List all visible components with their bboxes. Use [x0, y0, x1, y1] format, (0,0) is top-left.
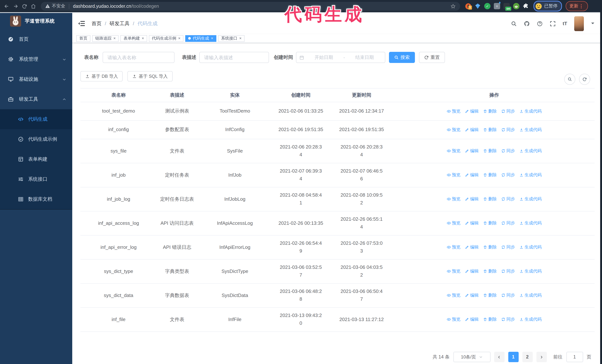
generate-code-link[interactable]: 生成代码 — [519, 127, 542, 132]
url-host[interactable]: dashboard.yudao.iocoder.cn — [73, 3, 131, 9]
fullscreen-icon[interactable] — [549, 21, 556, 26]
sidebar-item-研发工具[interactable]: 研发工具 — [0, 89, 72, 109]
tag-表单构建[interactable]: 表单构建× — [121, 35, 147, 42]
sync-link[interactable]: 同步 — [501, 172, 515, 178]
sync-link[interactable]: 同步 — [501, 196, 515, 202]
tag-close-icon[interactable]: × — [113, 36, 116, 40]
preview-link[interactable]: 预览 — [447, 172, 461, 178]
generate-code-link[interactable]: 生成代码 — [519, 317, 542, 322]
sync-link[interactable]: 同步 — [501, 269, 515, 274]
delete-link[interactable]: 删除 — [483, 220, 497, 226]
tag-系统接口[interactable]: 系统接口× — [218, 35, 245, 42]
sliders-extension-icon[interactable]: ≡ — [494, 3, 500, 9]
tag-close-icon[interactable]: × — [239, 36, 242, 40]
font-size-icon[interactable]: tT — [563, 21, 567, 26]
generate-code-link[interactable]: 生成代码 — [519, 172, 542, 178]
edit-link[interactable]: 编辑 — [465, 172, 479, 178]
edit-link[interactable]: 编辑 — [465, 317, 479, 322]
green-check-extension-icon[interactable]: ✓ — [484, 3, 491, 9]
edit-link[interactable]: 编辑 — [465, 244, 479, 250]
monkey-extension-icon[interactable] — [513, 3, 519, 9]
generate-code-link[interactable]: 生成代码 — [519, 244, 542, 250]
github-icon[interactable] — [524, 21, 530, 26]
delete-link[interactable]: 删除 — [483, 317, 497, 322]
delete-link[interactable]: 删除 — [483, 172, 497, 178]
preview-link[interactable]: 预览 — [447, 196, 461, 202]
on-badge-extension-icon[interactable]: on — [504, 3, 510, 9]
submenu-item-代码生成[interactable]: 代码生成 — [0, 109, 72, 129]
sync-link[interactable]: 同步 — [501, 244, 515, 250]
sync-link[interactable]: 同步 — [501, 292, 515, 298]
tag-close-icon[interactable]: × — [178, 36, 181, 40]
date-range-picker[interactable]: 开始日期 - 结束日期 — [296, 52, 385, 63]
submenu-item-系统接口[interactable]: 系统接口 — [0, 169, 72, 189]
tag-代码生成[interactable]: 代码生成× — [185, 35, 216, 42]
breadcrumb-home[interactable]: 首页 — [92, 20, 101, 27]
sync-link[interactable]: 同步 — [501, 220, 515, 226]
delete-link[interactable]: 删除 — [483, 292, 497, 298]
generate-code-link[interactable]: 生成代码 — [519, 269, 542, 274]
reload-icon[interactable] — [20, 2, 29, 10]
sync-link[interactable]: 同步 — [501, 148, 515, 154]
generate-code-link[interactable]: 生成代码 — [519, 220, 542, 226]
table-name-input[interactable] — [103, 52, 174, 63]
tag-close-icon[interactable]: × — [211, 36, 213, 40]
preview-link[interactable]: 预览 — [447, 292, 461, 298]
security-label[interactable]: 不安全 — [52, 3, 65, 9]
toggle-search-button[interactable] — [564, 74, 575, 85]
sidebar-item-系统管理[interactable]: 系统管理 — [0, 49, 72, 69]
help-icon[interactable] — [537, 21, 543, 26]
table-desc-input[interactable] — [199, 52, 269, 63]
hamburger-icon[interactable] — [78, 21, 85, 26]
import-sql-button[interactable]: 基于 SQL 导入 — [128, 71, 172, 82]
search-button[interactable]: 搜索 — [389, 52, 415, 63]
breadcrumb-dev-tools[interactable]: 研发工具 — [109, 20, 129, 27]
edit-link[interactable]: 编辑 — [465, 292, 479, 298]
refresh-table-button[interactable] — [579, 74, 590, 85]
preview-link[interactable]: 预览 — [447, 269, 461, 274]
sync-link[interactable]: 同步 — [501, 127, 515, 132]
preview-link[interactable]: 预览 — [447, 108, 461, 114]
delete-link[interactable]: 删除 — [483, 148, 497, 154]
forward-icon[interactable] — [11, 2, 20, 10]
start-date-placeholder[interactable]: 开始日期 — [306, 54, 341, 61]
submenu-item-数据库文档[interactable]: 数据库文档 — [0, 189, 72, 209]
preview-link[interactable]: 预览 — [447, 220, 461, 226]
goto-page-input[interactable] — [566, 352, 583, 362]
reset-button[interactable]: 重置 — [419, 52, 445, 63]
profile-chip[interactable]: 已暂停 — [533, 1, 562, 11]
edit-link[interactable]: 编辑 — [465, 196, 479, 202]
kebab-menu-icon[interactable] — [580, 4, 584, 8]
address-bar[interactable]: 不安全 dashboard.yudao.iocoder.cn /tool/cod… — [41, 2, 460, 10]
sync-link[interactable]: 同步 — [501, 108, 515, 114]
delete-link[interactable]: 删除 — [483, 196, 497, 202]
gem-extension-icon[interactable] — [474, 3, 481, 9]
sync-link[interactable]: 同步 — [501, 317, 515, 322]
search-icon[interactable] — [511, 21, 516, 26]
next-page-button[interactable] — [536, 352, 547, 362]
page-1-button[interactable]: 1 — [508, 352, 518, 362]
generate-code-link[interactable]: 生成代码 — [519, 148, 542, 154]
user-avatar[interactable] — [574, 16, 584, 31]
generate-code-link[interactable]: 生成代码 — [519, 108, 542, 114]
delete-link[interactable]: 删除 — [483, 244, 497, 250]
delete-link[interactable]: 删除 — [483, 127, 497, 132]
preview-link[interactable]: 预览 — [447, 244, 461, 250]
back-icon[interactable] — [2, 2, 11, 10]
browser-update-button[interactable]: 更新 — [566, 1, 588, 11]
end-date-placeholder[interactable]: 结束日期 — [347, 54, 382, 61]
sidebar-item-首页[interactable]: 首页 — [0, 29, 72, 49]
submenu-item-表单构建[interactable]: 表单构建 — [0, 149, 72, 169]
tag-close-icon[interactable]: × — [142, 36, 144, 40]
page-2-button[interactable]: 2 — [522, 352, 533, 362]
delete-link[interactable]: 删除 — [483, 269, 497, 274]
url-path[interactable]: /tool/codegen — [131, 3, 159, 9]
edit-link[interactable]: 编辑 — [465, 108, 479, 114]
import-db-button[interactable]: 基于 DB 导入 — [80, 71, 123, 82]
tag-首页[interactable]: 首页 — [76, 35, 90, 42]
preview-link[interactable]: 预览 — [447, 127, 461, 132]
puzzle-extension-icon[interactable] — [523, 3, 529, 9]
page-size-select[interactable]: 10条/页 — [453, 352, 490, 362]
browser-scrollbar[interactable] — [600, 0, 602, 364]
preview-link[interactable]: 预览 — [447, 148, 461, 154]
